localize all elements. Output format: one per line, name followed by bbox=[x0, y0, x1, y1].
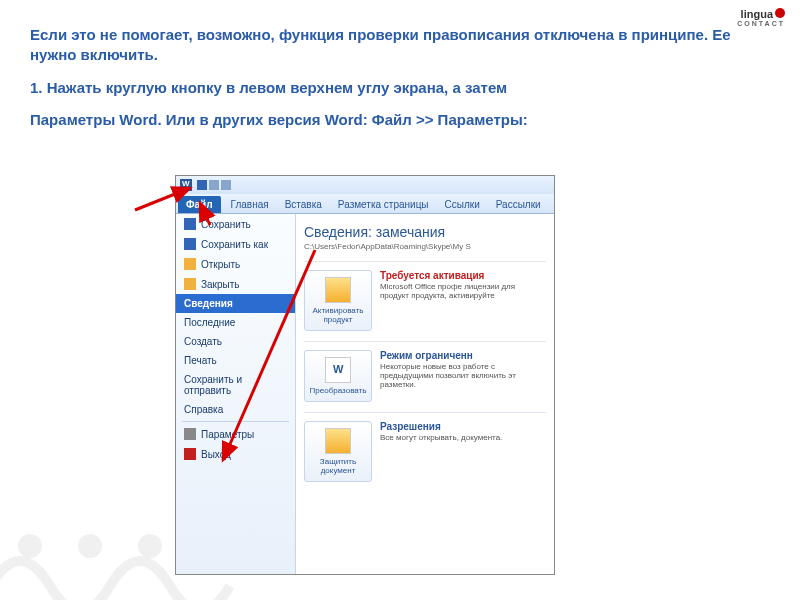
tab-insert[interactable]: Вставка bbox=[277, 196, 330, 213]
activate-icon bbox=[325, 277, 351, 303]
word-app-icon[interactable] bbox=[180, 179, 192, 191]
sidebar-label-info: Сведения bbox=[184, 298, 233, 309]
title-bar bbox=[176, 176, 554, 194]
protect-title: Разрешения bbox=[380, 421, 546, 432]
activate-text: Требуется активация Microsoft Office про… bbox=[380, 270, 546, 331]
sidebar-item-save[interactable]: Сохранить bbox=[176, 214, 295, 234]
sidebar-label-saveas: Сохранить как bbox=[201, 239, 268, 250]
protect-text: Разрешения Все могут открывать, документ… bbox=[380, 421, 546, 482]
sidebar-item-info[interactable]: Сведения bbox=[176, 294, 295, 313]
sidebar-item-new[interactable]: Создать bbox=[176, 332, 295, 351]
activate-title: Требуется активация bbox=[380, 270, 546, 281]
brand-logo: lingua CONTACT bbox=[737, 8, 785, 27]
instruction-p2: 1. Нажать круглую кнопку в левом верхнем… bbox=[30, 78, 770, 98]
convert-button[interactable]: Преобразовать bbox=[304, 350, 372, 402]
close-icon bbox=[184, 278, 196, 290]
convert-button-label: Преобразовать bbox=[310, 386, 367, 395]
svg-point-7 bbox=[78, 534, 102, 558]
sidebar-label-share: Сохранить и отправить bbox=[184, 374, 287, 396]
ribbon-tabs: Файл Главная Вставка Разметка страницы С… bbox=[176, 194, 554, 214]
tab-mail[interactable]: Рассылки bbox=[488, 196, 549, 213]
qat-undo-icon[interactable] bbox=[209, 180, 219, 190]
section-protect: Защитить документ Разрешения Все могут о… bbox=[304, 412, 546, 482]
logo-dot-icon bbox=[775, 8, 785, 18]
sidebar-item-recent[interactable]: Последние bbox=[176, 313, 295, 332]
sidebar-item-help[interactable]: Справка bbox=[176, 400, 295, 419]
instruction-p1: Если это не помогает, возможно, функция … bbox=[30, 25, 770, 66]
sidebar-item-share[interactable]: Сохранить и отправить bbox=[176, 370, 295, 400]
protect-icon bbox=[325, 428, 351, 454]
sidebar-label-recent: Последние bbox=[184, 317, 235, 328]
section-convert: Преобразовать Режим ограниченн Некоторые… bbox=[304, 341, 546, 402]
tab-home[interactable]: Главная bbox=[223, 196, 277, 213]
convert-title: Режим ограниченн bbox=[380, 350, 546, 361]
sidebar-label-print: Печать bbox=[184, 355, 217, 366]
logo-text: lingua bbox=[741, 8, 773, 20]
tab-file[interactable]: Файл bbox=[178, 196, 221, 213]
watermark bbox=[0, 436, 260, 600]
content-path: C:\Users\Fedor\AppData\Roaming\Skype\My … bbox=[304, 242, 546, 251]
protect-button-label: Защитить документ bbox=[320, 457, 356, 475]
save-icon bbox=[184, 218, 196, 230]
instruction-p3: Параметры Word. Или в других версия Word… bbox=[30, 110, 770, 130]
open-icon bbox=[184, 258, 196, 270]
sidebar-separator bbox=[182, 421, 289, 422]
content-title: Сведения: замечания bbox=[304, 224, 546, 240]
logo-subtext: CONTACT bbox=[737, 20, 785, 27]
tab-refs[interactable]: Ссылки bbox=[437, 196, 488, 213]
activate-button-label: Активировать продукт bbox=[313, 306, 364, 324]
svg-point-8 bbox=[138, 534, 162, 558]
convert-desc: Некоторые новые воз работе с предыдущими… bbox=[380, 362, 546, 389]
convert-icon bbox=[325, 357, 351, 383]
sidebar-item-close[interactable]: Закрыть bbox=[176, 274, 295, 294]
sidebar-item-print[interactable]: Печать bbox=[176, 351, 295, 370]
activate-button[interactable]: Активировать продукт bbox=[304, 270, 372, 331]
svg-point-6 bbox=[18, 534, 42, 558]
section-activate: Активировать продукт Требуется активация… bbox=[304, 261, 546, 331]
sidebar-item-open[interactable]: Открыть bbox=[176, 254, 295, 274]
tab-layout[interactable]: Разметка страницы bbox=[330, 196, 437, 213]
saveas-icon bbox=[184, 238, 196, 250]
backstage-content: Сведения: замечания C:\Users\Fedor\AppDa… bbox=[296, 214, 554, 574]
activate-desc: Microsoft Office профе лицензии для прод… bbox=[380, 282, 546, 300]
protect-button[interactable]: Защитить документ bbox=[304, 421, 372, 482]
sidebar-label-new: Создать bbox=[184, 336, 222, 347]
sidebar-label-open: Открыть bbox=[201, 259, 240, 270]
protect-desc: Все могут открывать, документа. bbox=[380, 433, 546, 442]
sidebar-item-saveas[interactable]: Сохранить как bbox=[176, 234, 295, 254]
convert-text: Режим ограниченн Некоторые новые воз раб… bbox=[380, 350, 546, 402]
instruction-block: Если это не помогает, возможно, функция … bbox=[0, 0, 800, 147]
qat-redo-icon[interactable] bbox=[221, 180, 231, 190]
sidebar-label-save: Сохранить bbox=[201, 219, 251, 230]
sidebar-label-close: Закрыть bbox=[201, 279, 240, 290]
sidebar-label-help: Справка bbox=[184, 404, 223, 415]
qat-save-icon[interactable] bbox=[197, 180, 207, 190]
